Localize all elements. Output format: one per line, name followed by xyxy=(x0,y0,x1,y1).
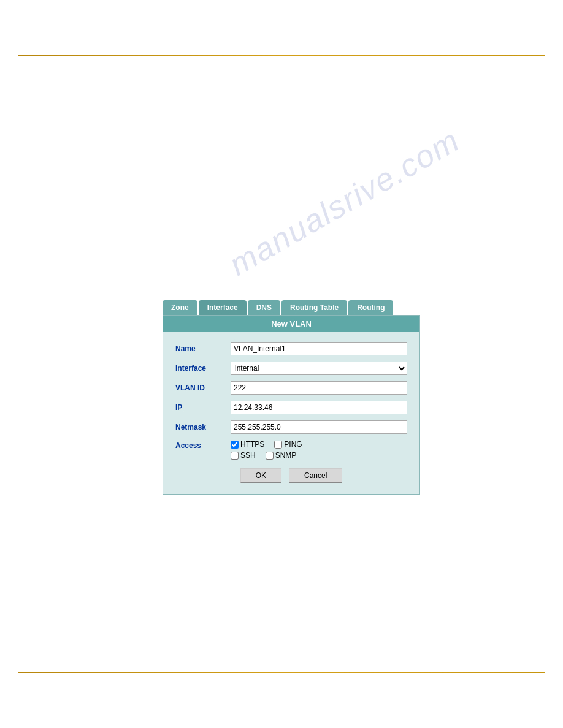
buttons-row: OK Cancel xyxy=(175,468,407,485)
top-rule xyxy=(18,55,545,56)
access-bottom-row: SSH SNMP xyxy=(231,451,302,460)
tabs-row: Zone Interface DNS Routing Table Routing xyxy=(163,300,420,315)
ping-label: PING xyxy=(284,440,302,449)
tab-routing-table[interactable]: Routing Table xyxy=(282,300,347,315)
new-vlan-dialog: New VLAN Name Interface internal externa… xyxy=(163,315,420,495)
vlan-id-input[interactable] xyxy=(231,381,407,395)
ping-checkbox-item: PING xyxy=(274,440,302,449)
ip-label: IP xyxy=(175,403,231,412)
vlan-id-row: VLAN ID xyxy=(175,381,407,395)
netmask-row: Netmask xyxy=(175,420,407,434)
https-label: HTTPS xyxy=(240,440,264,449)
ip-input[interactable] xyxy=(231,401,407,414)
access-row: Access HTTPS PING xyxy=(175,440,407,460)
tab-interface[interactable]: Interface xyxy=(199,300,247,315)
name-row: Name xyxy=(175,342,407,355)
ok-button[interactable]: OK xyxy=(240,468,282,483)
watermark: manualsrive.com xyxy=(223,121,465,282)
snmp-checkbox[interactable] xyxy=(266,452,274,460)
name-label: Name xyxy=(175,344,231,353)
netmask-input[interactable] xyxy=(231,420,407,434)
ssh-label: SSH xyxy=(240,451,256,460)
bottom-rule xyxy=(18,672,545,673)
form-area: Name Interface internal external dmz VLA… xyxy=(163,332,419,494)
https-checkbox-item: HTTPS xyxy=(231,440,264,449)
interface-label: Interface xyxy=(175,364,231,373)
vlan-id-label: VLAN ID xyxy=(175,384,231,392)
ssh-checkbox-item: SSH xyxy=(231,451,256,460)
dialog-title: New VLAN xyxy=(163,316,419,332)
access-top-row: HTTPS PING xyxy=(231,440,302,449)
tab-routing[interactable]: Routing xyxy=(348,300,393,315)
tab-zone[interactable]: Zone xyxy=(163,300,197,315)
ping-checkbox[interactable] xyxy=(274,441,282,449)
interface-select[interactable]: internal external dmz xyxy=(231,362,407,375)
access-checkboxes: HTTPS PING SSH xyxy=(231,440,302,460)
access-label: Access xyxy=(175,440,231,450)
https-checkbox[interactable] xyxy=(231,441,239,449)
dialog-container: Zone Interface DNS Routing Table Routing… xyxy=(163,300,420,495)
tab-dns[interactable]: DNS xyxy=(248,300,280,315)
netmask-label: Netmask xyxy=(175,423,231,431)
name-input[interactable] xyxy=(231,342,407,355)
snmp-checkbox-item: SNMP xyxy=(266,451,297,460)
ip-row: IP xyxy=(175,401,407,414)
cancel-button[interactable]: Cancel xyxy=(289,468,342,483)
ssh-checkbox[interactable] xyxy=(231,452,239,460)
interface-row: Interface internal external dmz xyxy=(175,362,407,375)
snmp-label: SNMP xyxy=(275,451,297,460)
